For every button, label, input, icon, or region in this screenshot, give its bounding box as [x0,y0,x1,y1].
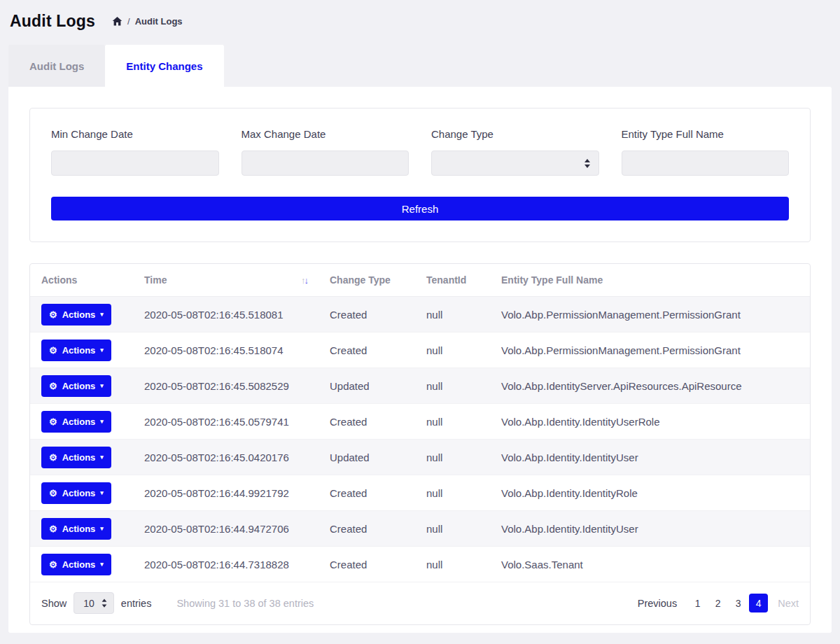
show-label: Show [41,598,66,609]
content-card: Min Change Date Max Change Date Change T… [8,87,832,633]
pagination-pages: 1234 [688,594,768,612]
row-time: 2020-05-08T02:16:44.9921792 [133,475,318,511]
row-change-type: Updated [318,368,415,404]
row-actions-button[interactable]: ⚙ Actions ▾ [41,375,111,397]
row-entity-type: Volo.Abp.IdentityServer.ApiResources.Api… [490,368,810,404]
filter-panel: Min Change Date Max Change Date Change T… [29,108,811,242]
row-entity-type: Volo.Abp.PermissionManagement.Permission… [490,332,810,368]
row-actions-cell: ⚙ Actions ▾ [30,332,133,368]
pagination-page-3[interactable]: 3 [729,594,748,612]
table-row: ⚙ Actions ▾ 2020-05-08T02:16:45.5082529 … [30,368,810,404]
table-row: ⚙ Actions ▾ 2020-05-08T02:16:44.7318828 … [30,547,810,582]
row-actions-button[interactable]: ⚙ Actions ▾ [41,447,111,468]
gear-icon: ⚙ [49,346,57,355]
row-actions-label: Actions [62,416,96,427]
pagination-next[interactable]: Next [778,598,799,609]
refresh-button[interactable]: Refresh [51,197,789,220]
row-actions-label: Actions [62,488,96,498]
row-actions-cell: ⚙ Actions ▾ [30,404,133,440]
pagination-page-1[interactable]: 1 [688,594,707,612]
table-panel: Actions Time ↑↓ Change Type TenantId Ent… [29,263,811,625]
page-size-select[interactable]: 10 [74,592,114,614]
row-entity-type: Volo.Saas.Tenant [490,547,810,582]
caret-down-icon: ▾ [100,347,104,354]
row-change-type: Created [318,511,415,547]
row-entity-type: Volo.Abp.Identity.IdentityRole [490,475,810,511]
pagination: Previous 1234 Next [638,594,799,612]
row-actions-label: Actions [62,524,96,534]
caret-down-icon: ▾ [100,383,104,389]
row-change-type: Created [318,475,415,511]
tab-entity-changes[interactable]: Entity Changes [105,45,223,87]
filter-min-change-date: Min Change Date [51,128,219,176]
row-actions-cell: ⚙ Actions ▾ [30,440,133,475]
row-time: 2020-05-08T02:16:44.9472706 [133,511,318,547]
entity-changes-table: Actions Time ↑↓ Change Type TenantId Ent… [30,264,810,582]
row-actions-button[interactable]: ⚙ Actions ▾ [41,482,111,504]
row-entity-type: Volo.Abp.Identity.IdentityUserRole [490,404,810,440]
row-change-type: Created [318,547,415,582]
breadcrumb-current: Audit Logs [135,16,183,27]
row-actions-cell: ⚙ Actions ▾ [30,297,133,332]
row-entity-type: Volo.Abp.PermissionManagement.Permission… [490,297,810,332]
change-type-select[interactable] [431,150,599,176]
gear-icon: ⚙ [49,560,57,569]
row-actions-button[interactable]: ⚙ Actions ▾ [41,518,111,540]
column-header-time[interactable]: Time ↑↓ [133,264,318,297]
tab-audit-logs[interactable]: Audit Logs [8,45,105,87]
table-row: ⚙ Actions ▾ 2020-05-08T02:16:45.518081 C… [30,297,810,332]
caret-down-icon: ▾ [100,526,104,532]
max-change-date-label: Max Change Date [241,128,410,140]
entity-type-input[interactable] [622,150,790,176]
row-change-type: Updated [318,440,415,475]
min-change-date-input[interactable] [51,150,219,176]
page-size-value: 10 [83,598,94,609]
row-actions-button[interactable]: ⚙ Actions ▾ [41,554,111,575]
row-change-type: Created [318,404,415,440]
max-change-date-input[interactable] [241,150,410,176]
tab-strip: Audit Logs Entity Changes [8,45,832,87]
time-column-label: Time [144,274,167,286]
row-actions-cell: ⚙ Actions ▾ [30,511,133,547]
table-row: ⚙ Actions ▾ 2020-05-08T02:16:45.518074 C… [30,332,810,368]
gear-icon: ⚙ [49,310,57,319]
entries-summary: Showing 31 to 38 of 38 entries [176,598,314,609]
gear-icon: ⚙ [49,453,57,462]
pagination-previous[interactable]: Previous [638,598,677,609]
row-tenant-id: null [415,475,490,511]
row-tenant-id: null [415,440,490,475]
row-time: 2020-05-08T02:16:44.7318828 [133,547,318,582]
home-icon[interactable] [112,16,122,27]
entries-label: entries [121,598,152,609]
caret-down-icon: ▾ [100,454,104,461]
pagination-page-4[interactable]: 4 [749,594,768,612]
gear-icon: ⚙ [49,524,57,533]
caret-down-icon: ▾ [100,561,104,568]
table-body: ⚙ Actions ▾ 2020-05-08T02:16:45.518081 C… [30,297,810,582]
column-header-tenant-id: TenantId [415,264,490,297]
row-actions-button[interactable]: ⚙ Actions ▾ [41,411,111,433]
row-time: 2020-05-08T02:16:45.5082529 [133,368,318,404]
column-header-actions: Actions [30,264,133,297]
row-actions-button[interactable]: ⚙ Actions ▾ [41,304,111,326]
row-entity-type: Volo.Abp.Identity.IdentityUser [490,440,810,475]
row-tenant-id: null [415,511,490,547]
sort-icon[interactable]: ↑↓ [301,275,307,286]
column-header-change-type: Change Type [318,264,415,297]
pagination-page-2[interactable]: 2 [708,594,727,612]
breadcrumb-separator: / [127,16,130,27]
table-footer: Show 10 entries Showing 31 to 38 of 38 e… [30,582,810,624]
row-tenant-id: null [415,297,490,332]
min-change-date-label: Min Change Date [51,128,219,140]
row-actions-label: Actions [62,559,96,570]
row-tenant-id: null [415,404,490,440]
filter-entity-type: Entity Type Full Name [622,128,790,176]
row-actions-button[interactable]: ⚙ Actions ▾ [41,340,111,361]
row-entity-type: Volo.Abp.Identity.IdentityUser [490,511,810,547]
change-type-label: Change Type [431,128,599,140]
caret-down-icon: ▾ [100,490,104,496]
table-row: ⚙ Actions ▾ 2020-05-08T02:16:44.9921792 … [30,475,810,511]
row-time: 2020-05-08T02:16:45.0420176 [133,440,318,475]
caret-down-icon: ▾ [100,312,104,318]
gear-icon: ⚙ [49,417,57,426]
